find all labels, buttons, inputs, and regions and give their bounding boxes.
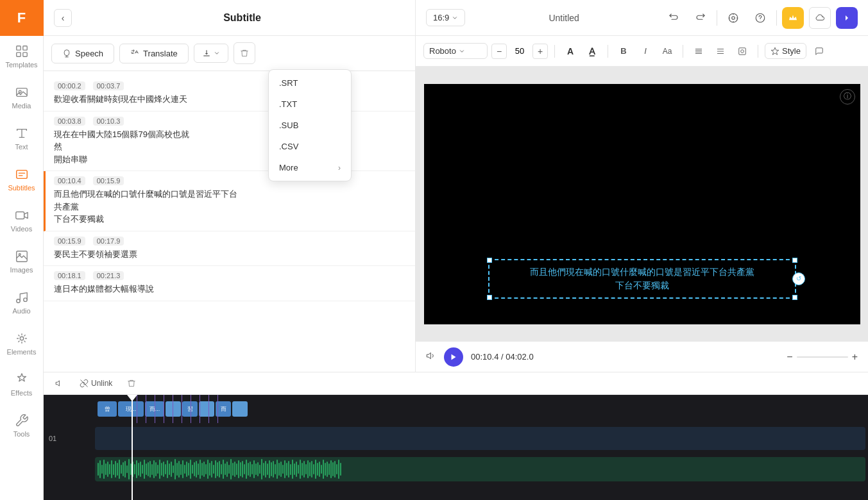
help-button[interactable] bbox=[749, 7, 771, 29]
italic-button[interactable]: I bbox=[636, 42, 654, 60]
dropdown-item-more[interactable]: More › bbox=[269, 157, 351, 178]
sub-block[interactable]: 曾 bbox=[98, 401, 117, 417]
highlight-button[interactable]: A̲ bbox=[583, 42, 601, 60]
chevron-down-icon bbox=[452, 15, 458, 21]
cloud-button[interactable] bbox=[809, 7, 831, 29]
style-button[interactable]: Style bbox=[765, 43, 806, 59]
sidebar-item-videos[interactable]: Videos bbox=[0, 200, 44, 241]
play-button[interactable] bbox=[444, 347, 463, 367]
translate-button[interactable]: Translate bbox=[119, 44, 189, 63]
rotate-handle[interactable]: ↺ bbox=[792, 272, 805, 285]
separator bbox=[758, 45, 758, 58]
time-row: 00:03.8 00:10.3 bbox=[54, 117, 405, 126]
camera-button[interactable] bbox=[722, 7, 744, 29]
font-color-button[interactable]: A bbox=[561, 42, 579, 60]
overlay-handle-tr[interactable] bbox=[792, 258, 797, 263]
back-button[interactable]: ‹ bbox=[54, 9, 72, 27]
sub-block[interactable] bbox=[199, 401, 214, 417]
dropdown-item-csv[interactable]: .CSV bbox=[269, 136, 351, 157]
overlay-handle-br[interactable] bbox=[792, 295, 797, 300]
ratio-select[interactable]: 16:9 bbox=[426, 9, 465, 26]
zoom-slider[interactable] bbox=[797, 356, 848, 358]
delete-icon bbox=[127, 379, 136, 388]
align-button[interactable] bbox=[690, 42, 708, 60]
line-height-button[interactable] bbox=[711, 42, 729, 60]
delete-button[interactable] bbox=[234, 42, 255, 64]
bold-button[interactable]: B bbox=[615, 42, 633, 60]
track-label: 01 bbox=[44, 435, 95, 442]
font-size-increase[interactable]: + bbox=[532, 44, 548, 59]
crown-button[interactable] bbox=[782, 7, 804, 29]
sidebar-label-templates: Templates bbox=[5, 61, 37, 69]
photo-icon bbox=[15, 249, 29, 263]
sidebar-item-templates[interactable]: Templates bbox=[0, 36, 44, 77]
sub-block[interactable] bbox=[232, 401, 248, 417]
sidebar-label-subtitles: Subtitles bbox=[8, 184, 35, 192]
unlink-button[interactable]: Unlink bbox=[76, 377, 116, 390]
translate-icon bbox=[130, 49, 139, 58]
subtitle-item[interactable]: 00:15.9 00:17.9 要民主不要領袖要選票 bbox=[44, 231, 415, 267]
volume-button[interactable] bbox=[426, 351, 436, 363]
main-content: ‹ Subtitle Speech Translate bbox=[44, 0, 868, 500]
unlink-icon bbox=[80, 379, 89, 388]
sub-block[interactable]: 現... bbox=[118, 401, 144, 417]
font-select[interactable]: Roboto bbox=[423, 43, 488, 59]
audio-track-content[interactable] bbox=[95, 457, 865, 481]
sidebar-item-effects[interactable]: Effects bbox=[0, 364, 44, 405]
sidebar-item-tools[interactable]: Tools bbox=[0, 405, 44, 446]
dropdown-item-srt[interactable]: .SRT bbox=[269, 72, 351, 94]
video-track-row: 01 bbox=[44, 423, 868, 454]
time-row: 00:00.2 00:03.7 bbox=[54, 81, 405, 90]
subtitle-item[interactable]: 00:18.1 00:21.3 連日本的媒體都大幅報導說 bbox=[44, 266, 415, 301]
dropdown-item-sub[interactable]: .SUB bbox=[269, 115, 351, 136]
zoom-out-button[interactable]: − bbox=[787, 351, 792, 363]
zoom-in-button[interactable]: + bbox=[852, 351, 858, 363]
subtitle-item[interactable]: 00:00.2 00:03.7 歡迎收看關鍵時刻現在中國烽火連天 bbox=[44, 76, 415, 112]
subtitle-item-highlighted[interactable]: 00:10.4 00:15.9 而且他們現在喊的口號什麼喊的口號是習近平下台共產… bbox=[44, 171, 415, 231]
dropdown-item-txt[interactable]: .TXT bbox=[269, 94, 351, 115]
svg-rect-4 bbox=[16, 88, 27, 97]
canvas-info-button[interactable]: ⓘ bbox=[840, 89, 855, 104]
playhead[interactable] bbox=[132, 395, 133, 500]
sidebar-item-audio[interactable]: Audio bbox=[0, 282, 44, 323]
comment-button[interactable] bbox=[810, 42, 828, 60]
video-track-content[interactable] bbox=[95, 427, 865, 450]
speech-button[interactable]: Speech bbox=[51, 44, 114, 63]
overlay-handle-bl[interactable] bbox=[487, 295, 492, 300]
video-icon bbox=[15, 208, 29, 222]
sidebar-item-media[interactable]: Media bbox=[0, 77, 44, 118]
sub-block[interactable]: 而 bbox=[216, 401, 231, 417]
case-button[interactable]: Aa bbox=[658, 42, 676, 60]
time-row: 00:10.4 00:15.9 bbox=[54, 176, 405, 185]
mask-button[interactable] bbox=[733, 42, 751, 60]
volume-small-icon bbox=[55, 379, 64, 388]
export-video-button[interactable] bbox=[836, 7, 858, 29]
export-video-icon bbox=[842, 13, 852, 23]
timeline-delete-button[interactable] bbox=[124, 376, 139, 391]
play-icon bbox=[450, 353, 457, 361]
sub-block[interactable] bbox=[166, 401, 181, 417]
sidebar-item-text[interactable]: Text bbox=[0, 118, 44, 159]
player-controls: 00:10.4 / 04:02.0 − + bbox=[416, 341, 868, 372]
logo-text: F bbox=[17, 10, 26, 26]
sub-block[interactable]: 而... bbox=[145, 401, 164, 417]
sub-block[interactable]: 習 bbox=[182, 401, 198, 417]
undo-button[interactable] bbox=[663, 7, 685, 29]
subtitle-overlay[interactable]: ↺ 而且他們現在喊的口號什麼喊的口號是習近平下台共產黨 下台不要獨裁 bbox=[488, 259, 796, 299]
font-size-decrease[interactable]: − bbox=[491, 44, 507, 59]
overlay-handle-tl[interactable] bbox=[487, 258, 492, 263]
top-bar-actions bbox=[663, 7, 858, 29]
right-panel: 16:9 Untitled bbox=[416, 0, 868, 372]
subtitle-text: 連日本的媒體都大幅報導說 bbox=[54, 283, 405, 296]
sidebar-item-images[interactable]: Images bbox=[0, 241, 44, 282]
audio-btn[interactable] bbox=[51, 377, 68, 390]
subtitle-item[interactable]: 00:03.8 00:10.3 現在在中國大陸15個縣79個高校也就然開始串聯 bbox=[44, 112, 415, 172]
redo-button[interactable] bbox=[690, 7, 711, 29]
app-logo[interactable]: F bbox=[0, 0, 44, 36]
cloud-icon bbox=[815, 13, 825, 23]
media-icon bbox=[15, 85, 29, 99]
export-button[interactable] bbox=[194, 44, 228, 63]
subtitle-list: 00:00.2 00:03.7 歡迎收看關鍵時刻現在中國烽火連天 00:03.8… bbox=[44, 71, 415, 372]
sidebar-item-subtitles[interactable]: Subtitles bbox=[0, 159, 44, 200]
sidebar-item-elements[interactable]: Elements bbox=[0, 323, 44, 364]
